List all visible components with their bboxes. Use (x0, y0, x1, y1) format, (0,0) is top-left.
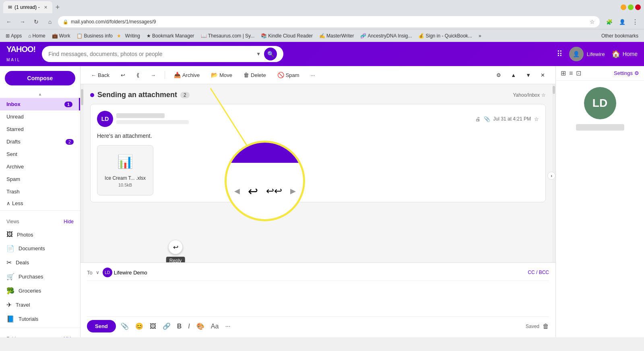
refresh-button[interactable]: ↻ (31, 16, 42, 27)
discard-button[interactable]: 🗑 (543, 323, 549, 330)
scrollbar-thumb[interactable] (81, 89, 83, 105)
hide-views-button[interactable]: Hide (64, 219, 74, 224)
bookmark-star-icon[interactable]: ☆ (590, 19, 595, 25)
print-icon[interactable]: 🖨 (475, 116, 481, 122)
sidebar-item-unread[interactable]: Unread (0, 110, 80, 123)
settings-link[interactable]: Settings ⚙ (614, 70, 639, 76)
maximize-button[interactable] (628, 4, 634, 10)
sidebar-item-deals[interactable]: ✂ Deals (0, 255, 80, 270)
minimize-button[interactable] (621, 4, 626, 10)
bookmark-business[interactable]: 📋 Business info (74, 32, 115, 39)
emoji-button[interactable]: 😊 (134, 321, 145, 332)
attach-button[interactable]: 📎 (119, 321, 130, 332)
archive-button[interactable]: 📥 Archive (170, 69, 204, 81)
sidebar-item-drafts[interactable]: Drafts 2 (0, 135, 80, 148)
thesaurus-icon: 📖 (201, 33, 207, 39)
user-avatar[interactable]: 👤 (569, 47, 584, 61)
hide-folders-button[interactable]: Hide (64, 336, 74, 337)
grid-layout-icon-1[interactable]: ⊞ (561, 69, 566, 77)
sidebar-item-starred[interactable]: Starred (0, 123, 80, 135)
move-down-button[interactable]: ▼ (522, 70, 535, 81)
delete-button[interactable]: 🗑 Delete (239, 69, 270, 81)
sidebar-item-documents[interactable]: 📄 Documents (0, 241, 80, 255)
sidebar-item-purchases[interactable]: 🛒 Purchases (0, 270, 80, 284)
spam-button[interactable]: 🚫 Spam (273, 69, 303, 81)
back-button[interactable]: ← (3, 16, 14, 27)
bold-button[interactable]: B (175, 321, 184, 332)
message-star-icon[interactable]: ☆ (534, 116, 539, 122)
italic-button[interactable]: I (186, 321, 191, 332)
folder-star-icon[interactable]: ☆ (541, 92, 546, 98)
send-button[interactable]: Send (87, 320, 116, 332)
filter-button[interactable]: ⚙ (492, 70, 505, 81)
sidebar-item-inbox[interactable]: Inbox 1 (0, 98, 80, 110)
forward-button[interactable]: → (17, 16, 28, 27)
less-button[interactable]: ∧ Less (0, 198, 80, 209)
reply-all-nav-button[interactable]: ⟪ (132, 70, 143, 81)
zoom-reply-all-icon[interactable]: ↩↩ (266, 185, 282, 197)
image-button[interactable]: 🖼 (148, 321, 158, 332)
prev-message-button[interactable]: ↩ (117, 70, 129, 81)
next-message-button[interactable]: → (147, 70, 160, 81)
new-tab-button[interactable]: + (52, 3, 63, 12)
search-bar[interactable]: ▼ 🔍 (42, 46, 283, 62)
home-nav-button[interactable]: ⌂ (44, 16, 56, 27)
compose-button[interactable]: Compose (5, 71, 75, 85)
move-up-button[interactable]: ▲ (507, 70, 520, 81)
browser-tab[interactable]: ✉ (1 unread) - ✕ (3, 1, 52, 13)
grid-layout-icon-2[interactable]: ≡ (569, 70, 573, 77)
sidebar-item-tutorials[interactable]: 📘 Tutorials (0, 312, 80, 326)
sidebar-item-travel[interactable]: ✈ Travel (0, 298, 80, 312)
bookmark-quickbooks[interactable]: 💰 Sign in - QuickBook... (416, 32, 474, 39)
more-button[interactable]: ··· (307, 70, 319, 81)
link-button[interactable]: 🔗 (161, 321, 172, 332)
apps-grid-icon[interactable]: ⠿ (557, 49, 563, 59)
cc-bcc-button[interactable]: CC / BCC (528, 270, 549, 275)
bookmark-other[interactable]: Other bookmarks (599, 32, 641, 39)
bookmark-writing[interactable]: Writing (123, 32, 142, 39)
home-button[interactable]: 🏠 Home (611, 50, 638, 58)
zoom-reply-icon[interactable]: ↩ (248, 184, 258, 198)
font-button[interactable]: Aa (209, 321, 221, 332)
close-button[interactable] (635, 4, 641, 10)
close-thread-button[interactable]: ✕ (537, 70, 549, 81)
profile-button[interactable]: 👤 (617, 16, 628, 27)
sidebar-item-groceries[interactable]: 🥦 Groceries (0, 284, 80, 298)
attachment-item[interactable]: 📊 Ice Cream T... .xlsx 10.5kB (97, 145, 153, 195)
bookmark-thesaurus[interactable]: 📖 Thesaurus.com | Sy... (198, 32, 257, 39)
sidebar-item-sent[interactable]: Sent (0, 148, 80, 160)
bookmark-work[interactable]: 💼 Work (50, 32, 73, 39)
bookmark-masterwriter[interactable]: ✍️ MasterWriter (317, 32, 356, 39)
bookmark-ancestry[interactable]: 🧬 AncestryDNA Insig... (358, 32, 414, 39)
sidebar-item-archive[interactable]: Archive (0, 160, 80, 173)
close-tab-icon[interactable]: ✕ (44, 5, 47, 10)
sidebar-item-photos[interactable]: 🖼 Photos (0, 228, 80, 241)
thread-title-text: Sending an attachment (97, 91, 177, 99)
trash-icon: 🗑 (244, 72, 249, 78)
grid-layout-icon-3[interactable]: ⊡ (576, 69, 581, 77)
sender-email-blur (116, 120, 189, 124)
bookmark-more[interactable]: » (476, 32, 484, 39)
more-reply-button[interactable]: ··· (223, 321, 232, 332)
address-bar[interactable]: 🔒 mail.yahoo.com/d/folders/1/messages/9 … (58, 16, 600, 27)
search-button[interactable]: 🔍 (264, 48, 277, 60)
sidebar-item-trash[interactable]: Trash (0, 185, 80, 198)
sidebar-item-spam[interactable]: Spam (0, 173, 80, 185)
move-button[interactable]: 📂 Move (207, 69, 236, 81)
bookmark-kindle[interactable]: 📚 Kindle Cloud Reader (258, 32, 315, 39)
collapse-right-panel-button[interactable]: › (547, 172, 555, 180)
scroll-up-indicator[interactable]: ▲ (0, 90, 80, 98)
bookmark-manager[interactable]: ★ Bookmark Manager (144, 32, 197, 39)
reply-toolbar: Send 📎 😊 🖼 🔗 B I 🎨 Aa ··· Saved 🗑 (87, 316, 549, 332)
bookmark-home[interactable]: ⌂ Home (26, 32, 47, 39)
search-input[interactable] (48, 51, 253, 57)
extensions-button[interactable]: 🧩 (604, 16, 615, 27)
back-to-list-button[interactable]: ← Back (87, 70, 114, 81)
dropdown-icon[interactable]: ▼ (256, 51, 261, 57)
color-button[interactable]: 🎨 (195, 321, 206, 332)
reply-float-button[interactable]: ↩ (168, 240, 183, 254)
right-scrollbar-thumb[interactable] (553, 86, 555, 94)
bookmark-apps[interactable]: ⊞ Apps (3, 32, 24, 39)
reply-body[interactable] (87, 284, 549, 316)
menu-button[interactable]: ⋮ (630, 16, 641, 27)
